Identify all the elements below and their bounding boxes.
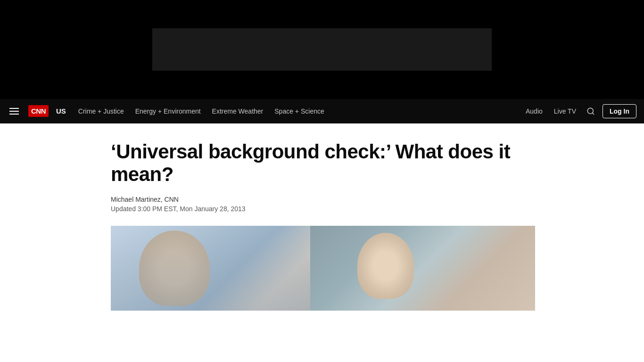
article-author: Michael Martinez, CNN bbox=[111, 196, 533, 203]
nav-links: Crime + Justice Energy + Environment Ext… bbox=[74, 105, 329, 118]
navbar: CNN US Crime + Justice Energy + Environm… bbox=[0, 99, 644, 123]
hamburger-menu-button[interactable] bbox=[8, 106, 21, 116]
article-content: ‘Universal background check:’ What does … bbox=[96, 123, 548, 311]
nav-section-us[interactable]: US bbox=[56, 107, 66, 115]
nav-link-crime-justice[interactable]: Crime + Justice bbox=[74, 105, 129, 118]
hamburger-line bbox=[9, 111, 19, 112]
article-image bbox=[111, 226, 535, 311]
live-tv-link[interactable]: Live TV bbox=[551, 106, 579, 117]
navbar-left: CNN US Crime + Justice Energy + Environm… bbox=[8, 105, 523, 118]
advertisement bbox=[152, 28, 492, 71]
navbar-right: Audio Live TV Log In bbox=[523, 104, 636, 118]
top-banner bbox=[0, 0, 644, 99]
search-icon bbox=[586, 107, 595, 115]
hamburger-line bbox=[9, 114, 19, 115]
article-image-left bbox=[111, 226, 310, 311]
hamburger-line bbox=[9, 108, 19, 109]
nav-link-energy-environment[interactable]: Energy + Environment bbox=[131, 105, 206, 118]
article-image-right bbox=[310, 226, 535, 311]
cnn-logo[interactable]: CNN bbox=[28, 105, 49, 117]
login-button[interactable]: Log In bbox=[603, 104, 636, 118]
audio-link[interactable]: Audio bbox=[523, 106, 545, 117]
svg-line-1 bbox=[592, 113, 594, 114]
article-timestamp: Updated 3:00 PM EST, Mon January 28, 201… bbox=[111, 205, 533, 213]
article-title: ‘Universal background check:’ What does … bbox=[111, 140, 533, 186]
nav-link-space-science[interactable]: Space + Science bbox=[270, 105, 329, 118]
search-button[interactable] bbox=[585, 105, 597, 117]
article-image-container bbox=[111, 226, 535, 311]
nav-link-extreme-weather[interactable]: Extreme Weather bbox=[207, 105, 268, 118]
